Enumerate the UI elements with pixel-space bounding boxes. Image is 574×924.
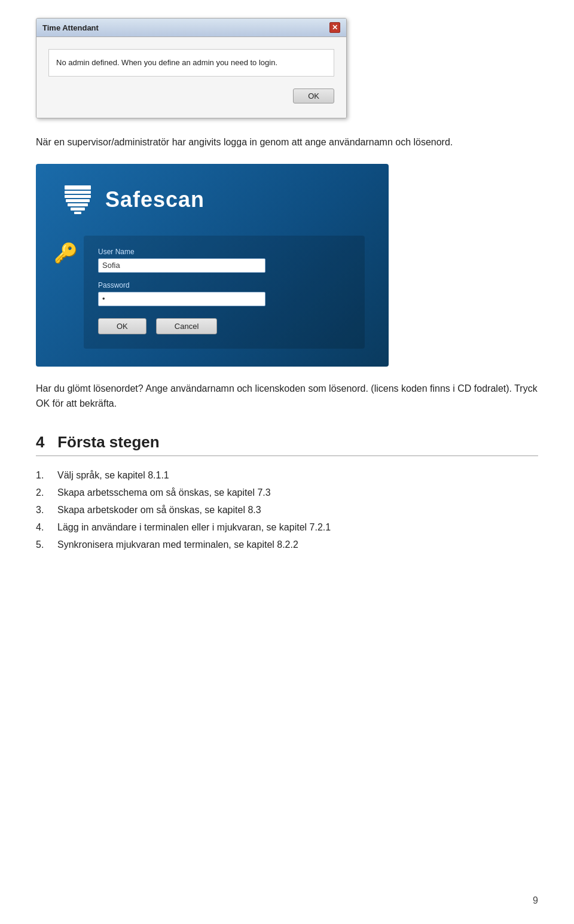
svg-rect-0 [65,185,91,190]
form-buttons: OK Cancel [98,318,350,334]
intro-paragraph: När en supervisor/administratör har angi… [36,135,538,150]
section-number: 4 [36,433,44,451]
svg-rect-1 [65,191,91,194]
list-text: Skapa arbetskoder om så önskas, se kapit… [57,502,261,518]
login-ok-button[interactable]: OK [98,318,146,334]
login-form: User Name Password OK Cancel [84,236,365,349]
list-item: 5.Synkronisera mjukvaran med terminalen,… [36,536,538,553]
svg-rect-5 [71,208,85,211]
list-text: Synkronisera mjukvaran med terminalen, s… [57,536,298,553]
steps-list: 1.Välj språk, se kapitel 8.1.12.Skapa ar… [36,467,538,553]
list-item: 2.Skapa arbetsschema om så önskas, se ka… [36,484,538,501]
list-num: 2. [36,484,57,501]
dialog-wrapper: Time Attendant ✕ No admin defined. When … [36,18,538,118]
list-num: 3. [36,502,57,518]
list-num: 5. [36,536,57,553]
list-num: 1. [36,467,57,483]
svg-rect-6 [74,212,81,214]
list-text: Lägg in användare i terminalen eller i m… [57,519,331,535]
svg-rect-2 [65,195,91,198]
dialog-message: No admin defined. When you define an adm… [48,49,334,77]
safescan-screenshot: Safescan 🔑 User Name Password OK Cancel [36,164,538,367]
safescan-logo-icon [60,182,96,218]
safescan-brand-name: Safescan [105,187,204,212]
svg-rect-4 [68,203,88,206]
list-text: Skapa arbetsschema om så önskas, se kapi… [57,484,271,501]
key-icon: 🔑 [54,242,78,264]
list-item: 3.Skapa arbetskoder om så önskas, se kap… [36,502,538,518]
close-button[interactable]: ✕ [329,22,340,33]
svg-rect-3 [66,199,90,202]
page-number: 9 [533,895,538,906]
username-label: User Name [98,248,350,256]
dialog-title: Time Attendant [42,23,99,32]
list-item: 1.Välj språk, se kapitel 8.1.1 [36,467,538,483]
list-item: 4.Lägg in användare i terminalen eller i… [36,519,538,535]
list-num: 4. [36,519,57,535]
dialog-footer: OK [48,89,334,108]
body-text-forgot-password: Har du glömt lösenordet? Ange användarna… [36,381,538,411]
list-text: Välj språk, se kapitel 8.1.1 [57,467,169,483]
dialog-ok-button[interactable]: OK [293,89,334,103]
username-input[interactable] [98,258,265,273]
dialog-titlebar: Time Attendant ✕ [36,19,346,37]
safescan-login-box: Safescan 🔑 User Name Password OK Cancel [36,164,389,367]
section-heading: 4 Första stegen [36,433,538,456]
password-input[interactable] [98,292,265,306]
safescan-header: Safescan [60,182,365,218]
login-cancel-button[interactable]: Cancel [156,318,217,334]
time-attendant-dialog: Time Attendant ✕ No admin defined. When … [36,18,347,118]
section-title: Första stegen [57,433,160,451]
password-label: Password [98,281,350,289]
dialog-body: No admin defined. When you define an adm… [36,37,346,118]
